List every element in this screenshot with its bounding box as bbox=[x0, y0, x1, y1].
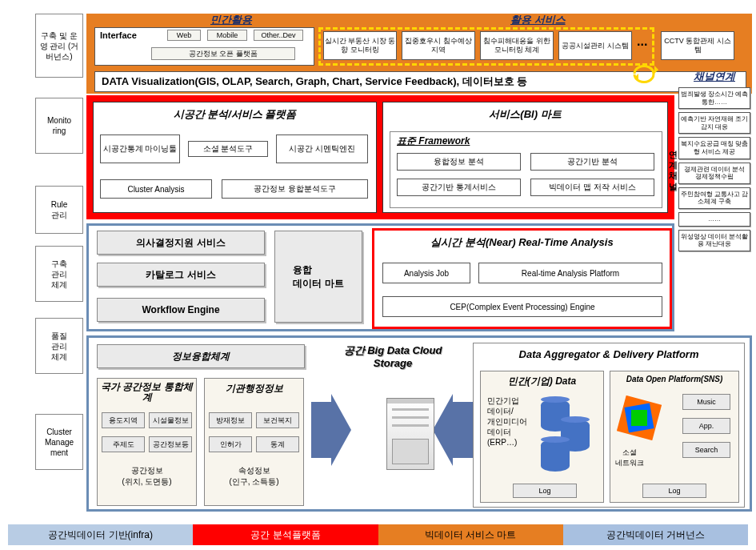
sidebar-label: 구축 관리 체계 bbox=[51, 259, 67, 290]
rt-analysis-job: Analysis Job bbox=[382, 263, 470, 283]
cell-spatial-stats: 공간기반 통계서비스 bbox=[397, 179, 521, 196]
orange-services-block: 민간활용 활용 서비스 Interface Web Mobile Other..… bbox=[86, 14, 752, 94]
realtime-analysis-panel: 실시간 분석(Near) Real-Time Analysis Analysis… bbox=[372, 228, 672, 329]
interface-label: Interface bbox=[100, 30, 137, 40]
nat-title: 국가 공간정보 통합체계 bbox=[98, 379, 196, 406]
nat-cell-1: 시설물정보 bbox=[149, 412, 192, 428]
channel-item-disaster: 예측기반 자연재해 조기감지 대응 bbox=[678, 112, 750, 134]
feedback-loop-icon bbox=[630, 62, 662, 86]
sidebar-build: 구축 관리 체계 bbox=[35, 246, 83, 302]
private-data-panel: 민간(기업) Data 민간기업 데이터/ 개인미디어 데이터 (ERP…) L… bbox=[480, 371, 604, 503]
fusion-mart-box: 융합 데이터 마트 bbox=[274, 231, 362, 323]
arrow-right-icon bbox=[311, 394, 351, 466]
channel-column: 채널연계 범죄발생 장소시간 예측 통한…… 예측기반 자연재해 조기감지 대응… bbox=[678, 70, 750, 326]
music-button[interactable]: Music bbox=[682, 394, 730, 410]
agency-cell-2: 인허가 bbox=[209, 436, 252, 452]
web-button[interactable]: Web bbox=[167, 30, 201, 41]
sidebar-quality: 품질 관리 체계 bbox=[35, 318, 83, 374]
channel-item-crime: 범죄발생 장소시간 예측 통한…… bbox=[678, 87, 750, 109]
search-button[interactable]: Search bbox=[682, 442, 730, 458]
sidebar-rule: Rule 관리 bbox=[35, 186, 83, 234]
private-text: 민간기업 데이터/ 개인미디어 데이터 (ERP…) bbox=[487, 395, 527, 448]
nat-cell-2: 주제도 bbox=[102, 436, 145, 452]
cube-icon bbox=[617, 395, 662, 440]
svc-facility[interactable]: 공공시설관리 시스템 bbox=[558, 31, 632, 60]
channel-item-satellite: 위성영상 데이터 분석활용 재난대응 bbox=[678, 230, 750, 251]
svg-marker-5 bbox=[311, 394, 351, 466]
svg-marker-6 bbox=[433, 394, 473, 466]
rt-platform: Real-time Analysis Platform bbox=[478, 263, 662, 283]
svc-cctv[interactable]: CCTV 통합관제 시스템 bbox=[661, 31, 734, 60]
sns-label: 소셜 네트워크 bbox=[615, 448, 644, 468]
db-icon bbox=[541, 440, 570, 475]
channel-item-traffic: 주민참여형 교통사고 감소체계 구축 bbox=[678, 187, 750, 209]
info-fusion-title: 정보융합체계 bbox=[97, 344, 305, 368]
rt-cep: CEP(Complex Event Processing) Engine bbox=[382, 296, 662, 317]
storage-icon bbox=[386, 398, 434, 470]
sidebar-label: 구축 및 운영 관리 (거버넌스) bbox=[38, 30, 81, 62]
mingan-title: 민간활용 bbox=[210, 13, 252, 27]
legend-analysis: 공간 분석플랫폼 bbox=[193, 524, 378, 545]
svc-flood[interactable]: 집중호우시 침수예상 지역 bbox=[402, 31, 475, 60]
log-button[interactable]: Log bbox=[513, 484, 577, 498]
channel-title: 채널연계 bbox=[678, 70, 750, 84]
sidebar-label: 품질 관리 체계 bbox=[51, 331, 67, 362]
national-spatial-panel: 국가 공간정보 통합체계 용도지역 시설물정보 주제도 공간정보등 공간정보 (… bbox=[97, 378, 197, 506]
blue-services-block: 의사결정지원 서비스 카탈로그 서비스 Workflow Engine 융합 데… bbox=[86, 223, 674, 331]
sidebar-cluster: Cluster Manage ment bbox=[35, 414, 83, 470]
sidebar: 구축 및 운영 관리 (거버넌스) Monito ring Rule 관리 구축… bbox=[35, 14, 83, 513]
panel-title: 서비스(BI) 마트 bbox=[383, 102, 667, 126]
panel-title: 시공간 분석/서비스 플랫폼 bbox=[94, 102, 376, 126]
viz-text: DATA Visualization(GIS, OLAP, Search, Gr… bbox=[102, 74, 527, 89]
nat-cell-3: 공간정보등 bbox=[149, 436, 192, 452]
nat-sub: 공간정보 (위치, 도면등) bbox=[98, 465, 196, 488]
spatiotemporal-platform-panel: 시공간 분석/서비스 플랫폼 시공간통계 마이닝툴 소셜 분석도구 시공간 시멘… bbox=[93, 102, 377, 213]
log-button-2[interactable]: Log bbox=[642, 484, 706, 498]
interface-box: Interface Web Mobile Other..Dev 공간정보 오픈 … bbox=[94, 27, 314, 66]
decision-service-box: 의사결정지원 서비스 bbox=[97, 231, 265, 255]
framework-title: 표준 Framework bbox=[390, 132, 662, 151]
aggregator-panel: Data Aggregator & Delivery Platform 민간(기… bbox=[473, 343, 745, 508]
bi-mart-panel: 서비스(BI) 마트 표준 Framework 융합정보 분석 공간기반 분석 … bbox=[382, 102, 668, 213]
agency-cell-1: 보건복지 bbox=[256, 412, 299, 428]
rt-title: 실시간 분석(Near) Real-Time Analysis bbox=[374, 231, 670, 255]
svg-rect-4 bbox=[631, 410, 647, 426]
legend: 공간빅데이터 기반(infra) 공간 분석플랫폼 빅데이터 서비스 마트 공간… bbox=[8, 524, 748, 545]
cell-mining: 시공간통계 마이닝툴 bbox=[100, 134, 180, 163]
nat-cell-0: 용도지역 bbox=[102, 412, 145, 428]
catalog-service-box: 카탈로그 서비스 bbox=[97, 263, 265, 287]
hwalyong-title: 활용 서비스 bbox=[510, 13, 566, 27]
cell-fusion-tool: 공간정보 융합분석도구 bbox=[222, 179, 368, 199]
framework-box: 표준 Framework 융합정보 분석 공간기반 분석 공간기반 통계서비스 … bbox=[390, 131, 662, 208]
legend-infra: 공간빅데이터 기반(infra) bbox=[8, 524, 193, 545]
svc-flood-monitor[interactable]: 침수피해대응을 위한 모니터링 체계 bbox=[480, 31, 554, 60]
cell-semantic: 시공간 시멘틱엔진 bbox=[276, 134, 368, 163]
svc-realestate[interactable]: 실시간 부동산 시장 동향 모니터링 bbox=[323, 31, 397, 60]
sidebar-governance: 구축 및 운영 관리 (거버넌스) bbox=[35, 14, 83, 78]
private-title: 민간(기업) Data bbox=[481, 371, 603, 391]
open-platform-button[interactable]: 공간정보 오픈 플랫폼 bbox=[151, 47, 295, 60]
sidebar-label: Monito ring bbox=[47, 115, 71, 136]
content-area: 민간활용 활용 서비스 Interface Web Mobile Other..… bbox=[86, 14, 752, 513]
agency-cell-0: 방재정보 bbox=[209, 412, 252, 428]
sidebar-label: Cluster Manage ment bbox=[45, 427, 74, 458]
cell-cluster: Cluster Analysis bbox=[100, 179, 212, 199]
svg-marker-0 bbox=[654, 66, 658, 74]
sidebar-monitoring: Monito ring bbox=[35, 98, 83, 154]
other-button[interactable]: Other..Dev bbox=[254, 30, 303, 41]
agency-sub: 속성정보 (인구, 소득등) bbox=[205, 465, 303, 488]
agg-title: Data Aggregator & Delivery Platform bbox=[474, 343, 744, 365]
agency-title: 기관행정정보 bbox=[205, 379, 303, 399]
vertical-channel-label: 연계채널 bbox=[667, 150, 678, 192]
mobile-button[interactable]: Mobile bbox=[207, 30, 247, 41]
cell-bigdata-map: 빅데이터 맵 저작 서비스 bbox=[530, 179, 654, 196]
app-button[interactable]: App. bbox=[682, 418, 730, 434]
cell-fusion-analysis: 융합정보 분석 bbox=[397, 153, 521, 171]
ellipsis-icon: ··· bbox=[637, 38, 647, 52]
legend-governance: 공간빅데이터 거버넌스 bbox=[563, 524, 748, 545]
channel-item-economy: 경제관련 데이터 분석 경제정책수립 bbox=[678, 163, 750, 184]
channel-item-etc: …… bbox=[678, 212, 750, 227]
legend-mart: 빅데이터 서비스 마트 bbox=[378, 524, 563, 545]
open-platform-panel: Data Open Platform(SNS) 소셜 네트워크 Music Ap… bbox=[610, 371, 739, 503]
arrow-left-icon bbox=[433, 394, 473, 466]
